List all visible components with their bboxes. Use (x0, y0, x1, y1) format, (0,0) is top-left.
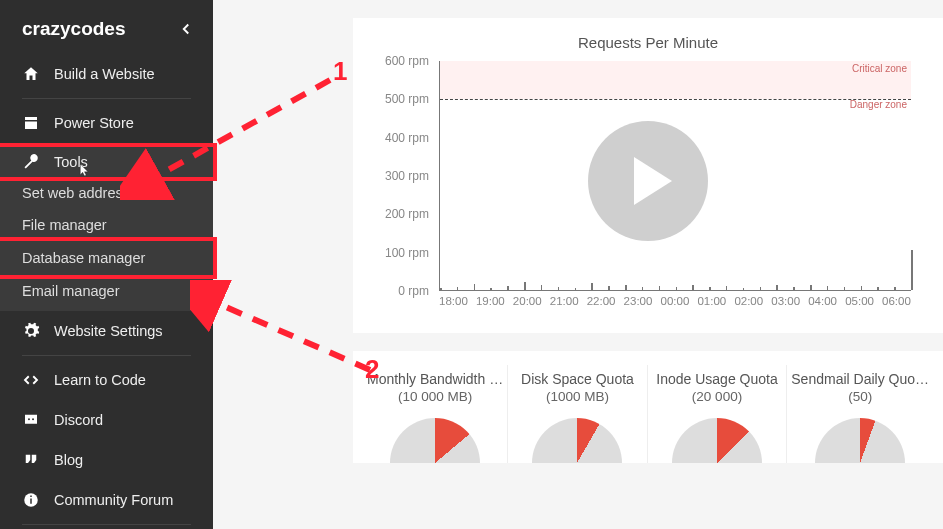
quota-title: Disk Space Quota (512, 371, 643, 387)
sidebar-item-label: Email manager (22, 283, 120, 299)
sidebar-item-tools[interactable]: Tools (0, 147, 213, 177)
quota-card-sendmail: Sendmail Daily Quo… (50) (787, 365, 933, 463)
sidebar-sub-email-manager[interactable]: Email manager (0, 275, 213, 307)
xtick: 04:00 (808, 295, 837, 315)
store-icon (22, 114, 40, 132)
sidebar-item-label: Power Store (54, 115, 134, 131)
ytick: 400 rpm (385, 131, 429, 145)
svg-rect-1 (30, 499, 32, 504)
sidebar-sub-set-web[interactable]: Set web address (0, 177, 213, 209)
sidebar-sub-file-manager[interactable]: File manager (0, 209, 213, 241)
chart-y-axis: 600 rpm 500 rpm 400 rpm 300 rpm 200 rpm … (375, 61, 435, 291)
quota-title: Sendmail Daily Quo… (791, 371, 929, 387)
sidebar-header: crazycodes (0, 8, 213, 54)
chart-area: 600 rpm 500 rpm 400 rpm 300 rpm 200 rpm … (375, 61, 921, 321)
sidebar-item-label: Build a Website (54, 66, 154, 82)
quote-icon (22, 451, 40, 469)
sidebar-item-label: Database manager (22, 250, 145, 266)
brand-title: crazycodes (22, 18, 126, 40)
xtick: 01:00 (697, 295, 726, 315)
xtick: 19:00 (476, 295, 505, 315)
quota-title: Monthly Bandwidth … (367, 371, 503, 387)
sidebar-sub-database-manager[interactable]: Database manager (0, 241, 213, 275)
divider (22, 355, 191, 356)
xtick: 03:00 (771, 295, 800, 315)
sidebar-item-build[interactable]: Build a Website (0, 54, 213, 94)
main-content: Requests Per Minute 600 rpm 500 rpm 400 … (213, 0, 943, 529)
xtick: 23:00 (624, 295, 653, 315)
xtick: 21:00 (550, 295, 579, 315)
quota-title: Inode Usage Quota (652, 371, 783, 387)
donut-chart (532, 418, 622, 463)
ytick: 300 rpm (385, 169, 429, 183)
donut-chart (672, 418, 762, 463)
quota-card-inode: Inode Usage Quota (20 000) (648, 365, 788, 463)
quota-panel: Monthly Bandwidth … (10 000 MB) Disk Spa… (353, 351, 943, 463)
quota-sub: (50) (791, 389, 929, 404)
quota-sub: (20 000) (652, 389, 783, 404)
sidebar-item-blog[interactable]: Blog (0, 440, 213, 480)
quota-sub: (1000 MB) (512, 389, 643, 404)
sidebar-item-learn[interactable]: Learn to Code (0, 360, 213, 400)
sidebar-item-label: Community Forum (54, 492, 173, 508)
chart-panel: Requests Per Minute 600 rpm 500 rpm 400 … (353, 18, 943, 333)
ytick: 0 rpm (398, 284, 429, 298)
play-button[interactable] (588, 121, 708, 241)
home-icon (22, 65, 40, 83)
cursor-icon (78, 161, 92, 179)
xtick: 06:00 (882, 295, 911, 315)
donut-chart (390, 418, 480, 463)
collapse-icon[interactable] (177, 20, 195, 38)
ytick: 200 rpm (385, 207, 429, 221)
xtick: 00:00 (661, 295, 690, 315)
sidebar-item-label: Set web address (22, 185, 130, 201)
discord-icon (22, 411, 40, 429)
sidebar: crazycodes Build a Website Power Store (0, 0, 213, 529)
sidebar-item-label: Blog (54, 452, 83, 468)
divider (22, 98, 191, 99)
sidebar-item-forum[interactable]: Community Forum (0, 480, 213, 520)
chart-title: Requests Per Minute (375, 34, 921, 51)
app-layout: crazycodes Build a Website Power Store (0, 0, 943, 529)
gear-icon (22, 322, 40, 340)
sidebar-item-label: Learn to Code (54, 372, 146, 388)
quota-card-disk: Disk Space Quota (1000 MB) (508, 365, 648, 463)
quota-card-bandwidth: Monthly Bandwidth … (10 000 MB) (363, 365, 508, 463)
xtick: 05:00 (845, 295, 874, 315)
play-icon (634, 157, 672, 205)
xtick: 18:00 (439, 295, 468, 315)
ytick: 100 rpm (385, 246, 429, 260)
quota-sub: (10 000 MB) (367, 389, 503, 404)
code-icon (22, 371, 40, 389)
sidebar-item-label: File manager (22, 217, 107, 233)
sidebar-item-discord[interactable]: Discord (0, 400, 213, 440)
sidebar-item-power-store[interactable]: Power Store (0, 103, 213, 143)
xtick: 02:00 (734, 295, 763, 315)
wrench-icon (22, 153, 40, 171)
svg-rect-2 (30, 496, 32, 498)
sidebar-item-label: Website Settings (54, 323, 163, 339)
donut-chart (815, 418, 905, 463)
xtick: 22:00 (587, 295, 616, 315)
divider (22, 524, 191, 525)
sidebar-item-label: Discord (54, 412, 103, 428)
xtick: 20:00 (513, 295, 542, 315)
chart-x-axis: 18:00 19:00 20:00 21:00 22:00 23:00 00:0… (439, 295, 911, 315)
ytick: 600 rpm (385, 54, 429, 68)
sidebar-item-settings[interactable]: Website Settings (0, 311, 213, 351)
ytick: 500 rpm (385, 92, 429, 106)
tools-expanded-block: Tools Set web address File manager Datab… (0, 143, 213, 311)
info-icon (22, 491, 40, 509)
